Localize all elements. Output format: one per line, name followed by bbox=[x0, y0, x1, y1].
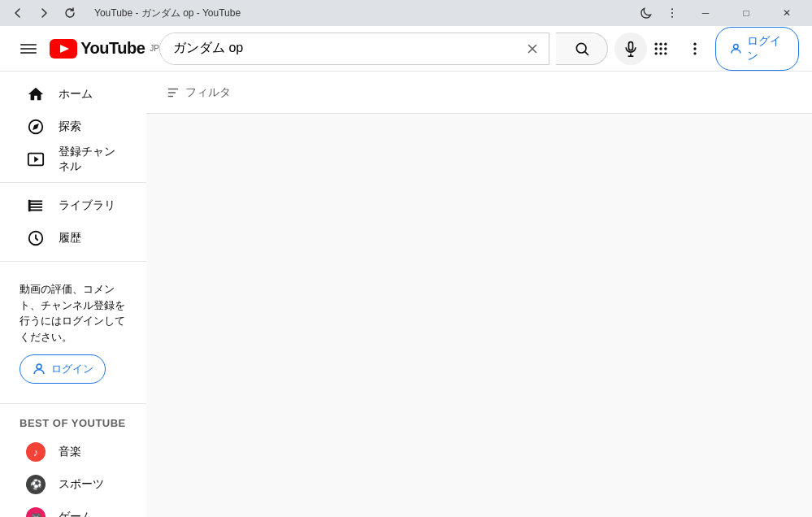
youtube-wordmark: YouTube bbox=[80, 39, 145, 58]
logo-area: YouTubeJP bbox=[13, 33, 159, 65]
svg-point-25 bbox=[693, 47, 696, 50]
youtube-region: JP bbox=[150, 44, 159, 53]
search-area bbox=[159, 33, 647, 65]
svg-point-15 bbox=[654, 42, 657, 45]
sidebar-item-subscriptions[interactable]: 登録チャンネル bbox=[7, 143, 140, 176]
sidebar-label-library: ライブラリ bbox=[59, 198, 115, 213]
youtube-header: YouTubeJP ログイン bbox=[0, 26, 812, 72]
titlebar-extensions: ─ □ ✕ bbox=[635, 0, 805, 26]
home-icon bbox=[26, 85, 46, 104]
svg-point-19 bbox=[659, 47, 662, 50]
gaming-icon: 🎮 bbox=[26, 507, 46, 517]
sports-icon: ⚽ bbox=[26, 475, 46, 494]
search-submit-button[interactable] bbox=[556, 33, 608, 65]
apps-button[interactable] bbox=[647, 33, 675, 65]
header-more-button[interactable] bbox=[681, 33, 709, 65]
svg-line-11 bbox=[584, 51, 588, 54]
svg-point-20 bbox=[664, 47, 667, 50]
svg-point-16 bbox=[659, 42, 662, 45]
svg-point-1 bbox=[671, 12, 673, 14]
puzzle-icon-button[interactable] bbox=[635, 2, 658, 24]
explore-icon bbox=[26, 117, 46, 137]
sidebar-divider-2 bbox=[0, 261, 146, 262]
history-icon bbox=[26, 228, 46, 248]
minimize-button[interactable]: ─ bbox=[687, 0, 724, 26]
restore-button[interactable]: □ bbox=[727, 0, 765, 26]
svg-point-26 bbox=[693, 52, 696, 54]
main-layout: ホーム 探索 登録チャンネル ライブラリ 履歴 bbox=[0, 72, 812, 517]
svg-point-2 bbox=[671, 16, 673, 18]
subscriptions-icon bbox=[26, 150, 46, 169]
voice-search-button[interactable] bbox=[614, 33, 647, 65]
sidebar-item-explore[interactable]: 探索 bbox=[7, 111, 140, 143]
close-button[interactable]: ✕ bbox=[768, 0, 805, 26]
header-right: ログイン bbox=[647, 27, 799, 71]
header-login-label: ログイン bbox=[747, 34, 785, 63]
svg-point-24 bbox=[693, 42, 696, 45]
titlebar: YouTube - ガンダム op - YouTube ─ □ ✕ bbox=[0, 0, 812, 26]
search-results bbox=[146, 114, 812, 439]
svg-point-0 bbox=[671, 8, 673, 10]
menu-button[interactable] bbox=[13, 33, 43, 65]
search-input[interactable] bbox=[160, 33, 516, 64]
sidebar-item-music[interactable]: ♪ 音楽 bbox=[7, 436, 140, 468]
titlebar-title: YouTube - ガンダム op - YouTube bbox=[94, 7, 241, 20]
youtube-logo[interactable]: YouTubeJP bbox=[50, 39, 159, 59]
sidebar-label-music: 音楽 bbox=[59, 445, 81, 459]
sidebar-item-library[interactable]: ライブラリ bbox=[7, 189, 140, 222]
svg-rect-12 bbox=[629, 41, 633, 50]
sidebar-login-label: ログイン bbox=[51, 362, 93, 376]
forward-button[interactable] bbox=[33, 2, 55, 24]
sidebar-label-explore: 探索 bbox=[59, 119, 81, 134]
sidebar-item-history[interactable]: 履歴 bbox=[7, 222, 140, 254]
svg-point-17 bbox=[664, 42, 667, 45]
sidebar-login-button[interactable]: ログイン bbox=[20, 354, 106, 384]
filter-bar: フィルタ bbox=[146, 72, 812, 114]
sidebar-divider-1 bbox=[0, 182, 146, 183]
sidebar-item-gaming[interactable]: 🎮 ゲーム bbox=[7, 501, 140, 517]
sidebar-label-sports: スポーツ bbox=[59, 477, 104, 492]
header-login-button[interactable]: ログイン bbox=[715, 27, 799, 71]
svg-marker-29 bbox=[33, 124, 39, 130]
chrome-more-button[interactable] bbox=[661, 2, 684, 24]
search-clear-button[interactable] bbox=[516, 33, 549, 65]
sidebar: ホーム 探索 登録チャンネル ライブラリ 履歴 bbox=[0, 72, 146, 517]
library-icon bbox=[26, 196, 46, 215]
svg-rect-3 bbox=[20, 44, 37, 46]
content-area: フィルタ bbox=[146, 72, 812, 517]
sidebar-item-home[interactable]: ホーム bbox=[7, 78, 140, 111]
svg-point-34 bbox=[37, 364, 41, 369]
svg-point-23 bbox=[664, 52, 667, 54]
sidebar-login-section: 動画の評価、コメント、チャンネル登録を行うにはログインしてください。 ログイン bbox=[0, 268, 146, 397]
titlebar-nav bbox=[7, 2, 81, 24]
filter-label: フィルタ bbox=[185, 85, 231, 100]
svg-point-10 bbox=[576, 43, 586, 53]
sidebar-login-text: 動画の評価、コメント、チャンネル登録を行うにはログインしてください。 bbox=[20, 281, 127, 345]
svg-point-27 bbox=[733, 44, 738, 49]
best-of-youtube-title: BEST OF YOUTUBE bbox=[0, 411, 146, 436]
search-bar bbox=[159, 33, 549, 65]
svg-point-21 bbox=[654, 52, 657, 54]
sidebar-label-gaming: ゲーム bbox=[59, 510, 93, 517]
svg-point-18 bbox=[654, 47, 657, 50]
filter-button[interactable]: フィルタ bbox=[166, 85, 231, 100]
sidebar-label-subscriptions: 登録チャンネル bbox=[59, 145, 120, 174]
back-button[interactable] bbox=[7, 2, 29, 24]
svg-rect-4 bbox=[20, 48, 37, 50]
svg-point-22 bbox=[659, 52, 662, 54]
svg-rect-32 bbox=[28, 200, 31, 212]
music-icon: ♪ bbox=[26, 442, 46, 462]
reload-button[interactable] bbox=[59, 2, 81, 24]
sidebar-label-home: ホーム bbox=[59, 87, 93, 102]
svg-marker-31 bbox=[34, 156, 39, 162]
svg-rect-5 bbox=[20, 52, 37, 54]
sidebar-item-sports[interactable]: ⚽ スポーツ bbox=[7, 468, 140, 501]
sidebar-label-history: 履歴 bbox=[59, 231, 81, 245]
sidebar-divider-3 bbox=[0, 403, 146, 404]
